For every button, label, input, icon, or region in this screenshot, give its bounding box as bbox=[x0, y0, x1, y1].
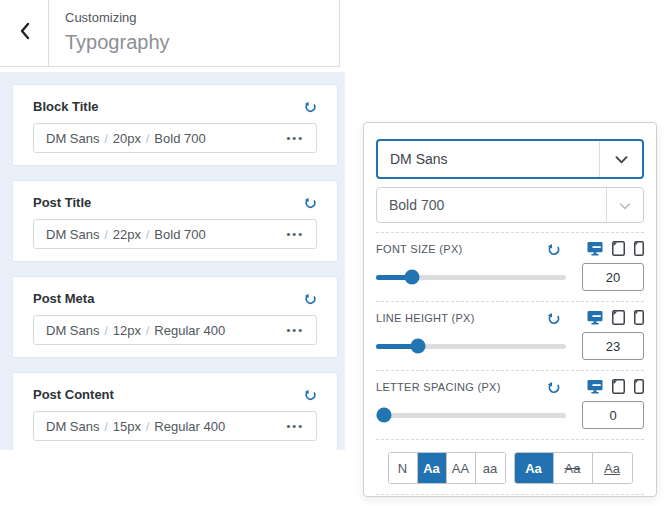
font-summary-button[interactable]: DM Sans/12px/Regular 400 ••• bbox=[33, 315, 317, 345]
card-label: Post Content bbox=[33, 387, 114, 402]
font-weight: Regular 400 bbox=[154, 419, 225, 434]
divider bbox=[376, 494, 644, 495]
font-size-input[interactable] bbox=[582, 263, 644, 291]
mobile-icon[interactable] bbox=[634, 310, 644, 325]
desktop-icon[interactable] bbox=[587, 310, 603, 325]
text-decoration-group: Aa Aa Aa bbox=[514, 452, 633, 484]
font-summary-button[interactable]: DM Sans/20px/Bold 700 ••• bbox=[33, 123, 317, 153]
font-variant-select[interactable]: Bold 700 bbox=[376, 187, 644, 223]
page-title: Typography bbox=[65, 30, 170, 54]
card-label: Post Meta bbox=[33, 291, 94, 306]
divider bbox=[376, 439, 644, 440]
font-size: 15px bbox=[113, 419, 141, 434]
line-height-slider[interactable] bbox=[376, 344, 566, 349]
reset-icon[interactable] bbox=[304, 196, 317, 209]
card-label: Block Title bbox=[33, 99, 99, 114]
divider bbox=[376, 301, 644, 302]
font-summary-button[interactable]: DM Sans/22px/Bold 700 ••• bbox=[33, 219, 317, 249]
separator: / bbox=[104, 324, 107, 338]
back-button[interactable] bbox=[0, 0, 49, 66]
more-options-icon[interactable]: ••• bbox=[286, 325, 304, 336]
reset-icon[interactable] bbox=[304, 388, 317, 401]
typography-card-block-title: Block Title DM Sans/20px/Bold 700 ••• bbox=[12, 84, 338, 166]
separator: / bbox=[146, 420, 149, 434]
divider bbox=[376, 232, 644, 233]
desktop-icon[interactable] bbox=[587, 241, 603, 256]
header-text: Customizing Typography bbox=[49, 0, 170, 66]
customizer-screen: Customizing Typography Block Title DM Sa… bbox=[0, 0, 664, 506]
customizer-header: Customizing Typography bbox=[0, 0, 340, 67]
font-family-select[interactable]: DM Sans bbox=[376, 139, 644, 179]
font-weight: Regular 400 bbox=[154, 323, 225, 338]
separator: / bbox=[104, 132, 107, 146]
typography-panel: Block Title DM Sans/20px/Bold 700 ••• Po… bbox=[0, 72, 345, 450]
decoration-none-button[interactable]: Aa bbox=[515, 453, 554, 483]
reset-icon[interactable] bbox=[547, 311, 561, 325]
typography-card-post-title: Post Title DM Sans/22px/Bold 700 ••• bbox=[12, 180, 338, 262]
tablet-icon[interactable] bbox=[612, 379, 625, 394]
typography-card-post-meta: Post Meta DM Sans/12px/Regular 400 ••• bbox=[12, 276, 338, 358]
reset-icon[interactable] bbox=[304, 292, 317, 305]
font-weight: Bold 700 bbox=[154, 227, 205, 242]
line-height-input[interactable] bbox=[582, 332, 644, 360]
tablet-icon[interactable] bbox=[612, 310, 625, 325]
transform-uppercase-button[interactable]: AA bbox=[447, 453, 476, 483]
font-size-label: FONT SIZE (PX) bbox=[376, 243, 547, 255]
letter-spacing-input[interactable] bbox=[582, 401, 644, 429]
letter-spacing-slider[interactable] bbox=[376, 413, 566, 418]
transform-capitalize-button[interactable]: Aa bbox=[418, 453, 447, 483]
reset-icon[interactable] bbox=[547, 380, 561, 394]
line-height-label: LINE HEIGHT (PX) bbox=[376, 312, 547, 324]
slider-thumb[interactable] bbox=[410, 339, 425, 354]
separator: / bbox=[104, 420, 107, 434]
font-summary-button[interactable]: DM Sans/15px/Regular 400 ••• bbox=[33, 411, 317, 441]
tablet-icon[interactable] bbox=[612, 241, 625, 256]
letter-spacing-label: LETTER SPACING (PX) bbox=[376, 381, 547, 393]
mobile-icon[interactable] bbox=[634, 379, 644, 394]
separator: / bbox=[146, 324, 149, 338]
text-transform-group: N Aa AA aa bbox=[388, 452, 506, 484]
typography-card-post-content: Post Content DM Sans/15px/Regular 400 ••… bbox=[12, 372, 338, 450]
font-name: DM Sans bbox=[46, 323, 99, 338]
more-options-icon[interactable]: ••• bbox=[286, 133, 304, 144]
font-size-slider[interactable] bbox=[376, 275, 566, 280]
card-label: Post Title bbox=[33, 195, 91, 210]
text-style-buttons: N Aa AA aa Aa Aa Aa bbox=[376, 452, 644, 484]
font-variant-value: Bold 700 bbox=[377, 188, 606, 222]
more-options-icon[interactable]: ••• bbox=[286, 229, 304, 240]
separator: / bbox=[146, 132, 149, 146]
font-family-value: DM Sans bbox=[378, 141, 599, 177]
font-name: DM Sans bbox=[46, 419, 99, 434]
font-size: 22px bbox=[113, 227, 141, 242]
font-size: 20px bbox=[113, 131, 141, 146]
font-weight: Bold 700 bbox=[154, 131, 205, 146]
chevron-left-icon bbox=[19, 22, 30, 44]
slider-thumb[interactable] bbox=[405, 270, 420, 285]
reset-icon[interactable] bbox=[304, 100, 317, 113]
separator: / bbox=[146, 228, 149, 242]
chevron-down-icon bbox=[615, 150, 628, 168]
reset-icon[interactable] bbox=[547, 242, 561, 256]
decoration-strikethrough-button[interactable]: Aa bbox=[554, 453, 593, 483]
font-settings-popup: DM Sans Bold 700 FONT SIZE (PX) bbox=[363, 122, 657, 497]
separator: / bbox=[104, 228, 107, 242]
decoration-underline-button[interactable]: Aa bbox=[593, 453, 632, 483]
font-name: DM Sans bbox=[46, 227, 99, 242]
transform-lowercase-button[interactable]: aa bbox=[476, 453, 505, 483]
desktop-icon[interactable] bbox=[587, 379, 603, 394]
divider bbox=[376, 370, 644, 371]
font-name: DM Sans bbox=[46, 131, 99, 146]
transform-none-button[interactable]: N bbox=[389, 453, 418, 483]
more-options-icon[interactable]: ••• bbox=[286, 421, 304, 432]
mobile-icon[interactable] bbox=[634, 241, 644, 256]
breadcrumb: Customizing bbox=[65, 10, 170, 26]
chevron-down-icon bbox=[619, 196, 631, 214]
slider-thumb[interactable] bbox=[377, 408, 392, 423]
font-size: 12px bbox=[113, 323, 141, 338]
